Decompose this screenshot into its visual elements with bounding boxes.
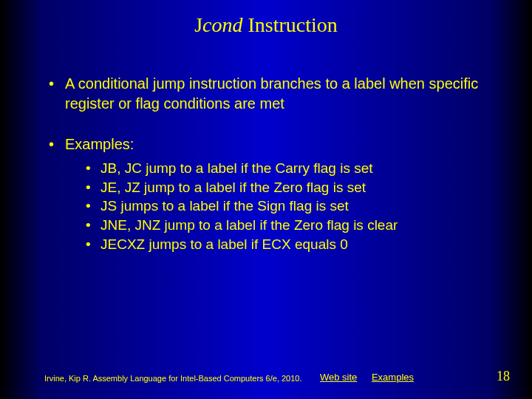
bullet-examples: Examples: JB, JC jump to a label if the … <box>44 134 488 253</box>
bullet-intro-text: A conditional jump instruction branches … <box>65 75 478 112</box>
website-link[interactable]: Web site <box>320 372 357 383</box>
slide-body: A conditional jump instruction branches … <box>44 74 488 274</box>
example-item: JB, JC jump to a label if the Carry flag… <box>84 159 488 178</box>
example-item: JE, JZ jump to a label if the Zero flag … <box>84 178 488 197</box>
example-text: JNE, JNZ jump to a label if the Zero fla… <box>100 217 398 233</box>
slide-title: Jcond Instruction <box>0 13 532 37</box>
slide: Jcond Instruction A conditional jump ins… <box>0 0 532 399</box>
example-text: JB, JC jump to a label if the Carry flag… <box>100 160 373 176</box>
example-text: JS jumps to a label if the Sign flag is … <box>100 198 349 214</box>
bullet-intro: A conditional jump instruction branches … <box>44 74 488 114</box>
slide-footer: Irvine, Kip R. Assembly Language for Int… <box>44 374 502 383</box>
example-item: JECXZ jumps to a label if ECX equals 0 <box>84 235 488 254</box>
example-text: JE, JZ jump to a label if the Zero flag … <box>100 180 366 195</box>
example-item: JNE, JNZ jump to a label if the Zero fla… <box>84 216 488 235</box>
title-cond: cond <box>202 13 242 36</box>
example-item: JS jumps to a label if the Sign flag is … <box>84 197 488 216</box>
footer-credit: Irvine, Kip R. Assembly Language for Int… <box>44 374 302 383</box>
examples-list: JB, JC jump to a label if the Carry flag… <box>84 159 488 253</box>
bullet-examples-label: Examples: <box>65 136 134 152</box>
page-number: 18 <box>497 369 510 384</box>
example-text: JECXZ jumps to a label if ECX equals 0 <box>100 236 348 252</box>
top-list: A conditional jump instruction branches … <box>44 74 488 253</box>
examples-link[interactable]: Examples <box>372 372 414 383</box>
title-prefix: J <box>194 13 202 36</box>
footer-links: Web site Examples <box>308 372 414 383</box>
title-suffix: Instruction <box>243 13 338 36</box>
